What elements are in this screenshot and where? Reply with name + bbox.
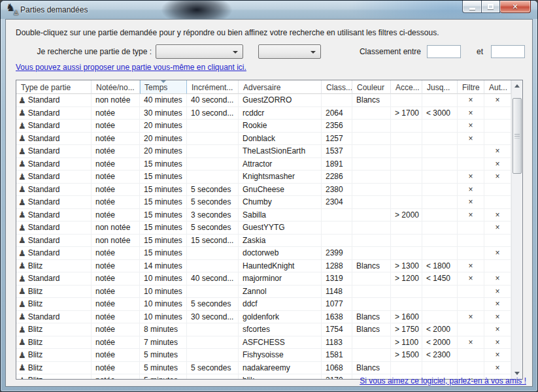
cell-auto: [484, 107, 511, 120]
table-row[interactable]: ♟Blitznotée5 minutesFishysoisse1581> 150…: [16, 349, 511, 362]
cell-color: Blancs: [352, 260, 391, 273]
minimize-button[interactable]: [462, 1, 482, 13]
game-type-text: Blitz: [28, 350, 43, 361]
chevron-down-icon: [311, 51, 316, 54]
cell-filter: ×: [458, 196, 484, 209]
scroll-up-button[interactable]: [512, 80, 522, 91]
cell-rating: 1183: [322, 336, 352, 350]
cell-auto: ×: [484, 94, 511, 107]
table-row[interactable]: ♟Standardnotée20 minutesTheLastSionEarth…: [16, 145, 511, 158]
cell-opponent: ASFCHESS: [239, 336, 322, 350]
maximize-button[interactable]: [482, 1, 500, 13]
pawn-icon: ♟: [18, 376, 26, 379]
column-header-type[interactable]: Type de partie: [16, 80, 92, 94]
table-row[interactable]: ♟Standardnotée10 minutes30 second...gold…: [16, 311, 511, 324]
cell-type: ♟Standard: [16, 158, 92, 171]
cell-accept-min: [391, 196, 422, 209]
table-row[interactable]: ♟Standardnotée15 minutes3 secondesSabill…: [16, 209, 511, 222]
game-type-text: Blitz: [28, 363, 43, 374]
cell-opponent: nadakareemy: [239, 362, 322, 375]
table-row[interactable]: ♟Blitznotée10 minutes5 secondesddcf1077×: [16, 298, 511, 311]
table-row[interactable]: ♟Blitznotée14 minutesHauntedKnight1288Bl…: [16, 260, 511, 273]
rating-range-label: Classement entre: [346, 44, 421, 59]
and-label: et: [472, 44, 488, 59]
game-type-text: Blitz: [28, 286, 43, 297]
cell-time: 10 minutes: [140, 311, 187, 324]
cell-rating: 1319: [322, 272, 352, 286]
cell-accept-max: [422, 196, 458, 209]
cell-accept-min: [391, 145, 422, 158]
close-button[interactable]: ✕: [500, 1, 531, 13]
table-row[interactable]: ♟Standardnon notée40 minutes40 second...…: [16, 94, 511, 107]
cell-rated: non notée: [92, 94, 140, 107]
column-header-accept-min[interactable]: Acce...: [391, 80, 422, 94]
share-link[interactable]: Si vous aimez ce logiciel, parlez-en à v…: [360, 376, 526, 385]
column-header-time[interactable]: Temps: [140, 80, 187, 94]
cell-accept-max: [422, 158, 458, 171]
column-header-accept-max[interactable]: Jusq...: [422, 80, 458, 94]
cell-color: [352, 286, 391, 299]
pawn-icon: ♟: [18, 223, 26, 233]
cell-type: ♟Blitz: [16, 260, 92, 273]
game-type-text: Standard: [28, 184, 60, 195]
cell-filter: ×: [458, 133, 484, 146]
column-header-auto[interactable]: Aut...: [484, 80, 511, 94]
table-row[interactable]: ♟Standardnotée30 minutes10 second...rcdd…: [16, 107, 511, 120]
pawn-icon: ♟: [18, 261, 26, 270]
propose-game-link[interactable]: Vous pouvez aussi proposer une partie vo…: [16, 63, 246, 72]
table-row[interactable]: ♟Standardnon notée15 minutes15 second...…: [16, 235, 511, 248]
cell-rating: [322, 209, 352, 222]
rating-max-input[interactable]: [491, 45, 525, 58]
column-header-increment[interactable]: Incrément...: [187, 80, 239, 94]
table-row[interactable]: ♟Blitznotée7 minutesASFCHESS1183> 1100< …: [16, 336, 511, 350]
cell-auto: [484, 196, 511, 209]
table-row[interactable]: ♟Standardnotée20 minutesDonblack1257×: [16, 133, 511, 146]
table-row[interactable]: ♟Standardnotée15 minutesdoctorweb2399×: [16, 247, 511, 260]
cell-rating: 1068: [322, 362, 352, 375]
cell-opponent: GuestYYTG: [239, 221, 322, 235]
cell-rated: notée: [92, 107, 140, 120]
rating-min-input[interactable]: [427, 45, 461, 58]
seek-games-table: Type de partieNotée/no...TempsIncrément.…: [16, 80, 523, 380]
cell-filter: [458, 145, 484, 158]
column-header-opponent[interactable]: Adversaire: [239, 80, 322, 94]
cell-opponent: sfcortes: [239, 323, 322, 336]
titlebar[interactable]: ♞ ♙ Parties demandées ✕: [1, 1, 537, 19]
table-row[interactable]: ♟Blitznotée5 minutes5 secondesnadakareem…: [16, 362, 511, 375]
table-row[interactable]: ♟Standardnotée15 minutesKnightsmasher228…: [16, 171, 511, 184]
column-header-color[interactable]: Couleur: [352, 80, 391, 94]
table-row[interactable]: ♟Blitznotée10 minutesZannol1148×: [16, 286, 511, 299]
window-controls: ✕: [462, 1, 531, 13]
cell-auto: ×: [484, 323, 511, 336]
cell-accept-min: [391, 158, 422, 171]
table-row[interactable]: ♟Standardnotée15 minutes5 secondesChumby…: [16, 196, 511, 209]
cell-rated: notée: [92, 196, 140, 209]
cell-type: ♟Blitz: [16, 349, 92, 362]
column-header-rated[interactable]: Notée/no...: [92, 80, 140, 94]
vertical-scrollbar[interactable]: [511, 80, 522, 379]
cell-rated: notée: [92, 247, 140, 260]
table-row[interactable]: ♟Standardnotée10 minutes40 second...majo…: [16, 272, 511, 286]
table-row[interactable]: ♟Standardnon notée15 minutes5 secondesGu…: [16, 221, 511, 235]
close-icon: ✕: [512, 3, 518, 10]
scrollbar-grip-icon: [514, 134, 520, 139]
cell-time: 15 minutes: [140, 235, 187, 248]
cell-opponent: Sabilla: [239, 209, 322, 222]
game-type-text: Standard: [28, 197, 60, 208]
cell-accept-min: [391, 184, 422, 197]
game-variant-select[interactable]: [258, 44, 321, 59]
game-type-select[interactable]: [156, 44, 243, 59]
table-row[interactable]: ♟Standardnotée20 minutesRookie2356×: [16, 120, 511, 133]
filter-row: Je recherche une partie de type : Classe…: [6, 44, 532, 60]
table-row[interactable]: ♟Blitznotée8 minutessfcortes1754Blancs> …: [16, 323, 511, 336]
pawn-icon: ♟: [18, 351, 26, 360]
cell-accept-min: [391, 286, 422, 299]
cell-accept-min: > 1200: [391, 272, 422, 286]
column-header-rating[interactable]: Class...: [322, 80, 352, 94]
cell-opponent: Zaskia: [239, 235, 322, 248]
column-header-filter[interactable]: Filtre: [458, 80, 484, 94]
table-row[interactable]: ♟Standardnotée15 minutesAttractor1891×: [16, 158, 511, 171]
table-row[interactable]: ♟Standardnotée15 minutes5 secondesGnuChe…: [16, 184, 511, 197]
cell-filter: ×: [458, 209, 484, 222]
scrollbar-thumb[interactable]: [513, 98, 522, 174]
